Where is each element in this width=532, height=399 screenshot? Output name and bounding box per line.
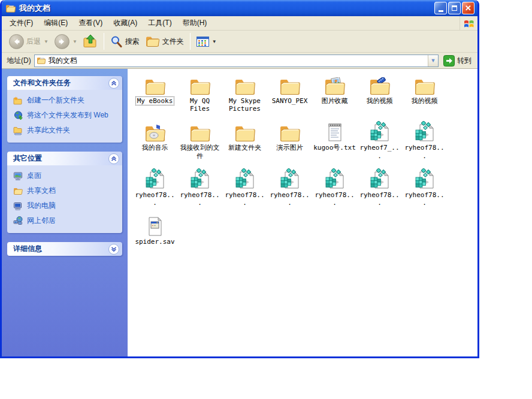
file-item[interactable]: kugoo号.txt bbox=[312, 120, 357, 152]
file-icon bbox=[144, 168, 166, 190]
file-label: ryheof78... bbox=[267, 191, 312, 207]
task-panel-header[interactable]: 其它位置 bbox=[7, 152, 122, 165]
task-panel-body: 创建一个新文件夹 将这个文件夹发布到 Web 共享此文件夹 bbox=[7, 90, 122, 143]
file-item[interactable]: 我的视频 bbox=[402, 74, 447, 105]
forward-dropdown-icon[interactable]: ▼ bbox=[72, 39, 77, 44]
task-panel-header[interactable]: 文件和文件夹任务 bbox=[7, 76, 122, 90]
file-label: SANYO_PEX bbox=[271, 97, 309, 105]
address-bar: 地址(D) 我的文档 ▼ 转到 bbox=[2, 53, 477, 69]
maximize-button[interactable] bbox=[448, 2, 461, 14]
file-label: ryheof7_... bbox=[357, 144, 402, 159]
file-item[interactable]: ryheof78... bbox=[267, 168, 312, 207]
content-area: 文件和文件夹任务 创建一个新文件夹 将这个文件夹发布到 Web 共享此文件夹 其… bbox=[2, 69, 477, 356]
menu-item[interactable]: 工具(T) bbox=[143, 16, 177, 30]
views-dropdown-icon[interactable]: ▼ bbox=[212, 39, 217, 44]
up-icon bbox=[83, 35, 98, 48]
forward-button[interactable]: ▼ bbox=[52, 32, 80, 51]
file-list-area[interactable]: My eBooks My QQ Files My Skype Pictures … bbox=[128, 69, 477, 356]
file-label: ryheof78... bbox=[402, 144, 447, 159]
file-label: 图片收藏 bbox=[321, 97, 349, 105]
file-icon bbox=[414, 168, 436, 190]
file-label: 演示图片 bbox=[276, 144, 304, 152]
file-item[interactable]: ryheof7_... bbox=[357, 120, 402, 159]
file-icon bbox=[369, 120, 391, 143]
chevron-toggle-icon[interactable] bbox=[108, 78, 119, 89]
window-title: 我的文档 bbox=[19, 3, 434, 14]
address-input[interactable]: 我的文档 ▼ bbox=[34, 55, 439, 67]
up-button[interactable] bbox=[81, 33, 100, 50]
minimize-button[interactable] bbox=[434, 2, 447, 14]
maximize-icon bbox=[452, 5, 457, 11]
file-label: 我的音乐 bbox=[141, 144, 170, 152]
file-item[interactable]: 演示图片 bbox=[267, 120, 312, 152]
task-label: 共享此文件夹 bbox=[27, 126, 70, 135]
task-link[interactable]: 将这个文件夹发布到 Web bbox=[13, 111, 119, 120]
file-item[interactable]: ** spider.sav bbox=[132, 214, 177, 246]
go-button[interactable]: 转到 bbox=[442, 55, 475, 67]
views-button[interactable]: ▼ bbox=[194, 35, 219, 49]
file-icon bbox=[413, 74, 436, 96]
svg-text:*: * bbox=[154, 224, 156, 228]
task-panel: 详细信息 bbox=[7, 242, 122, 256]
menu-item[interactable]: 收藏(A) bbox=[108, 16, 143, 30]
file-item[interactable]: ryheof78... bbox=[312, 168, 357, 207]
file-item[interactable]: ryheof78... bbox=[402, 168, 447, 207]
task-panel-header[interactable]: 详细信息 bbox=[7, 242, 122, 256]
menu-items: 文件(F) 编辑(E) 查看(V) 收藏(A) 工具(T) 帮助(H) bbox=[4, 16, 212, 30]
toolbar-separator bbox=[190, 33, 191, 50]
file-item[interactable]: 我的视频 bbox=[357, 74, 402, 105]
close-button[interactable]: ✕ bbox=[462, 2, 474, 14]
file-item[interactable]: ryheof78... bbox=[177, 168, 222, 207]
file-item[interactable]: ryheof78... bbox=[222, 168, 267, 207]
file-item[interactable]: 我接收到的文件 bbox=[177, 120, 222, 159]
file-item[interactable]: 图片收藏 bbox=[312, 74, 357, 105]
task-link[interactable]: 我的电脑 bbox=[13, 201, 119, 211]
file-icon bbox=[324, 168, 346, 190]
task-link[interactable]: 桌面 bbox=[13, 171, 119, 181]
file-label: My Skype Pictures bbox=[222, 97, 267, 113]
file-icon bbox=[234, 74, 256, 96]
chevron-toggle-icon[interactable] bbox=[108, 244, 119, 255]
menu-bar: 文件(F) 编辑(E) 查看(V) 收藏(A) 工具(T) 帮助(H) bbox=[2, 16, 477, 31]
file-label: ryheof78... bbox=[402, 191, 447, 207]
task-link[interactable]: 创建一个新文件夹 bbox=[13, 96, 119, 105]
task-icon bbox=[13, 186, 23, 196]
forward-icon bbox=[55, 34, 69, 49]
file-item[interactable]: ryheof78... bbox=[402, 120, 447, 159]
folders-button[interactable]: 文件夹 bbox=[143, 34, 186, 49]
file-label: 我的视频 bbox=[365, 97, 394, 105]
back-button[interactable]: 后退 ▼ bbox=[7, 32, 51, 51]
task-link[interactable]: 网上邻居 bbox=[13, 216, 119, 226]
file-icon bbox=[144, 120, 167, 143]
menu-item[interactable]: 文件(F) bbox=[4, 16, 38, 30]
address-folder-icon bbox=[37, 56, 46, 65]
back-dropdown-icon[interactable]: ▼ bbox=[44, 39, 49, 44]
task-pane: 文件和文件夹任务 创建一个新文件夹 将这个文件夹发布到 Web 共享此文件夹 其… bbox=[2, 69, 128, 356]
chevron-toggle-icon[interactable] bbox=[108, 153, 119, 164]
title-bar[interactable]: 我的文档 ✕ bbox=[2, 0, 477, 16]
search-button[interactable]: 搜索 bbox=[108, 34, 142, 50]
file-label: 新建文件夹 bbox=[227, 144, 262, 152]
menu-item[interactable]: 帮助(H) bbox=[177, 16, 213, 30]
file-item[interactable]: My QQ Files bbox=[177, 74, 222, 113]
folders-label: 文件夹 bbox=[162, 37, 184, 47]
task-link[interactable]: 共享此文件夹 bbox=[13, 126, 119, 135]
file-label: ryheof78... bbox=[177, 191, 222, 207]
file-item[interactable]: ryheof78... bbox=[132, 168, 177, 207]
menu-item[interactable]: 编辑(E) bbox=[38, 16, 73, 30]
back-icon bbox=[9, 34, 24, 49]
file-item[interactable]: 新建文件夹 bbox=[222, 120, 267, 152]
file-item[interactable]: SANYO_PEX bbox=[267, 74, 312, 105]
file-item[interactable]: My eBooks bbox=[132, 74, 177, 105]
file-item[interactable]: My Skype Pictures bbox=[222, 74, 267, 113]
address-dropdown-icon[interactable]: ▼ bbox=[428, 55, 438, 66]
task-link[interactable]: 共享文档 bbox=[13, 186, 119, 196]
file-item[interactable]: ryheof78... bbox=[357, 168, 402, 207]
file-icon bbox=[327, 120, 343, 143]
search-icon bbox=[110, 35, 123, 48]
task-icon bbox=[13, 171, 23, 181]
task-panel: 文件和文件夹任务 创建一个新文件夹 将这个文件夹发布到 Web 共享此文件夹 bbox=[7, 76, 122, 143]
file-item[interactable]: 我的音乐 bbox=[132, 120, 177, 152]
menu-item[interactable]: 查看(V) bbox=[73, 16, 108, 30]
toolbar-separator bbox=[104, 33, 104, 50]
